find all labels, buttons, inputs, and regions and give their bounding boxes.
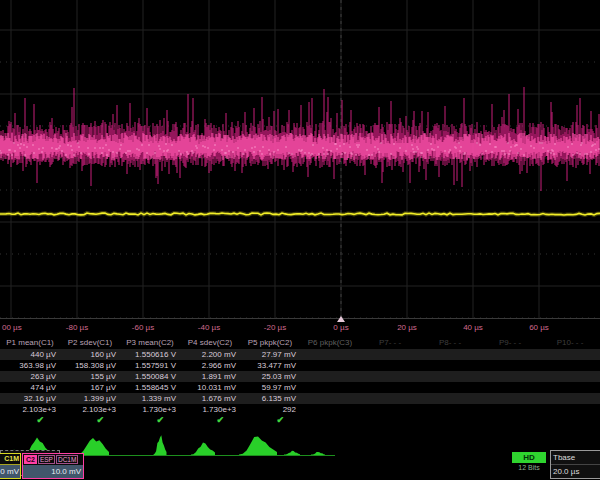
param-header-4[interactable]: P4 sdev(C2): [180, 336, 240, 349]
time-axis-label: 00 µs: [2, 323, 22, 332]
param-value: 25.03 mV: [240, 371, 296, 382]
param-header-10[interactable]: P10- - -: [540, 336, 600, 349]
waveform-canvas: [0, 0, 600, 318]
param-header-9[interactable]: P9- - -: [480, 336, 540, 349]
param-value: 10.031 mV: [180, 382, 236, 393]
param-value: 155 µV: [60, 371, 116, 382]
measurement-status-row: ✔✔✔✔✔: [0, 415, 600, 428]
param-header-5[interactable]: P5 pkpk(C2): [240, 336, 300, 349]
c2-channel-badge: C2: [24, 455, 37, 464]
status-check-icon: ✔: [120, 415, 164, 425]
table-row: 263 µV155 µV1.550084 V1.891 mV25.03 mV: [0, 371, 600, 382]
param-value: 6.135 mV: [240, 393, 296, 404]
table-row: 474 µV167 µV1.558645 V10.031 mV59.97 mV: [0, 382, 600, 393]
table-row: 363.98 µV158.308 µV1.557591 V2.966 mV33.…: [0, 360, 600, 371]
param-header-8[interactable]: P8- - -: [420, 336, 480, 349]
hd-bits-label: 12 Bits: [512, 464, 546, 471]
param-value: 2.103e+3: [0, 404, 56, 415]
measurement-rows: 440 µV160 µV1.550616 V2.200 mV27.97 mV36…: [0, 349, 600, 415]
measurement-headers: P1 mean(C1)P2 sdev(C1)P3 mean(C2)P4 sdev…: [0, 336, 600, 349]
param-header-7[interactable]: P7- - -: [360, 336, 420, 349]
param-value: 1.550084 V: [120, 371, 176, 382]
param-value: 363.98 µV: [0, 360, 56, 371]
timebase-label: Tbase: [551, 451, 600, 465]
time-axis: 00 µs-80 µs-60 µs-40 µs-20 µs0 µs20 µs40…: [0, 318, 600, 337]
oscilloscope-app: { "colors": { "background": "#000000", "…: [0, 0, 600, 480]
param-header-2[interactable]: P2 sdev(C1): [60, 336, 120, 349]
param-value: 2.966 mV: [180, 360, 236, 371]
param-value: 1.676 mV: [180, 393, 236, 404]
c1-coupling-badge: C1M: [0, 454, 20, 465]
param-value: 160 µV: [60, 349, 116, 360]
table-row: 2.103e+32.103e+31.730e+31.730e+3292: [0, 404, 600, 415]
param-header-3[interactable]: P3 mean(C2): [120, 336, 180, 349]
time-axis-label: -80 µs: [66, 323, 88, 332]
param-value: 33.477 mV: [240, 360, 296, 371]
param-value: 59.97 mV: [240, 382, 296, 393]
param-value: 1.558645 V: [120, 382, 176, 393]
time-axis-label: -60 µs: [132, 323, 154, 332]
param-value: 27.97 mV: [240, 349, 296, 360]
param-value: 1.891 mV: [180, 371, 236, 382]
param-value: 1.339 mV: [120, 393, 176, 404]
channel-descriptor-c1[interactable]: C1M 0 mV: [0, 453, 21, 479]
param-value: 2.200 mV: [180, 349, 236, 360]
time-axis-label: 0 µs: [333, 323, 348, 332]
table-row: 440 µV160 µV1.550616 V2.200 mV27.97 mV: [0, 349, 600, 360]
param-value: 263 µV: [0, 371, 56, 382]
param-value: 292: [240, 404, 296, 415]
hd-mode-badge[interactable]: HD: [512, 452, 546, 463]
param-value: 2.103e+3: [60, 404, 116, 415]
time-axis-label: -20 µs: [264, 323, 286, 332]
time-axis-label: 60 µs: [529, 323, 549, 332]
time-axis-label: -40 µs: [198, 323, 220, 332]
param-value: 1.730e+3: [180, 404, 236, 415]
c1-volts-per-div: 0 mV: [0, 465, 20, 478]
status-check-icon: ✔: [180, 415, 224, 425]
param-value: 1.399 µV: [60, 393, 116, 404]
timebase-value: 20.0 µs: [551, 465, 600, 479]
param-value: 474 µV: [0, 382, 56, 393]
param-header-1[interactable]: P1 mean(C1): [0, 336, 60, 349]
param-header-6[interactable]: P6 pkpk(C3): [300, 336, 360, 349]
trigger-position-marker[interactable]: [337, 316, 345, 322]
c2-esp-badge: ESP: [38, 455, 55, 464]
channel-descriptor-c2[interactable]: C2 ESP DC1M 10.0 mV: [22, 453, 84, 479]
param-value: 32.16 µV: [0, 393, 56, 404]
status-check-icon: ✔: [240, 415, 284, 425]
time-axis-label: 20 µs: [397, 323, 417, 332]
param-value: 158.308 µV: [60, 360, 116, 371]
param-value: 440 µV: [0, 349, 56, 360]
waveform-display[interactable]: [0, 0, 600, 318]
param-value: 1.550616 V: [120, 349, 176, 360]
measurement-table: P1 mean(C1)P2 sdev(C1)P3 mean(C2)P4 sdev…: [0, 336, 600, 432]
param-value: 167 µV: [60, 382, 116, 393]
status-check-icon: ✔: [60, 415, 104, 425]
c2-badge-row: C2 ESP DC1M: [23, 454, 83, 465]
table-row: 32.16 µV1.399 µV1.339 mV1.676 mV6.135 mV: [0, 393, 600, 404]
timebase-descriptor[interactable]: Tbase 20.0 µs: [550, 450, 600, 479]
bottom-toolbar: C1M 0 mV C2 ESP DC1M 10.0 mV + HD 12 Bit…: [0, 450, 600, 480]
time-axis-label: 40 µs: [463, 323, 483, 332]
c2-coupling-badge: DC1M: [56, 455, 78, 464]
c2-volts-per-div: 10.0 mV: [23, 465, 83, 478]
param-value: 1.557591 V: [120, 360, 176, 371]
param-value: 1.730e+3: [120, 404, 176, 415]
status-check-icon: ✔: [0, 415, 44, 425]
